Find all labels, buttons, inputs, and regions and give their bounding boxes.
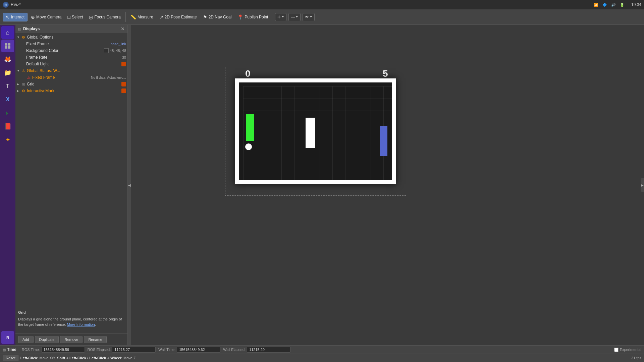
interactive-mark-checkbox[interactable]: [121, 88, 126, 93]
experimental-label: Experimental: [620, 348, 641, 352]
toolbar-dropdown-3[interactable]: 👁 ▼: [303, 13, 315, 21]
measure-icon: 📏: [130, 14, 136, 20]
default-light-row[interactable]: Default Light: [15, 61, 127, 67]
displays-close-button[interactable]: ✕: [121, 26, 125, 32]
ros-time-input[interactable]: [41, 347, 85, 353]
bg-color-swatch[interactable]: [104, 48, 109, 53]
titlebar-left: R RViz*: [3, 2, 21, 8]
wall-elapsed-label: Wall Elapsed:: [223, 348, 246, 352]
publish-point-button[interactable]: 📍 Publish Point: [235, 13, 271, 21]
dock-code-icon[interactable]: X: [1, 93, 14, 106]
main-content: ⌂ 🦊 📁 T X $_ 📕 ✦ R ▤ Displays ✕: [0, 25, 644, 345]
wall-elapsed-group: Wall Elapsed:: [223, 347, 290, 353]
measure-button[interactable]: 📏 Measure: [128, 13, 156, 21]
interactive-mark-row[interactable]: ▶ ⚙ InteractiveMark...: [15, 87, 127, 94]
dock-rviz-icon[interactable]: R: [1, 331, 14, 344]
grid-row[interactable]: ▶ ⊞ Grid: [15, 81, 127, 87]
wall-time-input[interactable]: [177, 347, 220, 353]
toolbar-sep-2: [273, 12, 273, 22]
focus-icon: ◎: [89, 14, 93, 20]
clock: 19:34: [631, 2, 641, 7]
global-status-fixed-icon: ⚠: [26, 75, 32, 80]
white-rectangle: [306, 118, 315, 148]
viewport[interactable]: 0 5 ▶: [131, 25, 644, 345]
select-button[interactable]: □ Select: [65, 13, 86, 21]
toolbar-dropdown-2[interactable]: — ▼: [288, 13, 301, 21]
titlebar-title: RViz*: [11, 2, 21, 7]
grid-checkbox[interactable]: [121, 82, 126, 86]
grid-arrow: ▶: [17, 82, 21, 86]
nav-goal-button[interactable]: ⚑ 2D Nav Goal: [200, 13, 234, 21]
dock-apps-icon[interactable]: [1, 40, 14, 52]
default-light-checkbox[interactable]: [121, 62, 126, 66]
experimental-checkbox[interactable]: [614, 348, 619, 352]
dock-home-icon[interactable]: ⌂: [1, 26, 14, 39]
global-status-row[interactable]: ▼ ⚠ Global Status: W...: [15, 67, 127, 74]
description-text: Displays a grid along the ground plane, …: [18, 316, 125, 327]
grid-label: Grid: [27, 82, 121, 86]
dock-firefox-icon[interactable]: 🦊: [1, 53, 14, 66]
displays-header-left: ▤ Displays: [18, 26, 40, 31]
ros-elapsed-input[interactable]: [112, 347, 156, 353]
move-camera-label: Move Camera: [36, 15, 61, 19]
global-options-row[interactable]: ▼ ⚙ Global Options: [15, 34, 127, 41]
status-bar: Reset Left-Click: Move X/Y. Shift + Left…: [0, 354, 644, 362]
duplicate-button[interactable]: Duplicate: [35, 336, 59, 343]
remove-button[interactable]: Remove: [60, 336, 83, 343]
global-status-label: Global Status: W...: [27, 68, 126, 73]
rename-button[interactable]: Rename: [84, 336, 107, 343]
interact-button[interactable]: ↖ Interact: [3, 13, 28, 21]
default-light-label: Default Light: [26, 62, 121, 66]
fixed-frame-row[interactable]: Fixed Frame base_link: [15, 41, 127, 47]
dock-terminal-icon[interactable]: $_: [1, 107, 14, 119]
description-link[interactable]: More Information: [67, 322, 95, 326]
dock-tex-icon[interactable]: T: [1, 80, 14, 93]
fixed-frame-value: base_link: [111, 42, 126, 46]
viz-container: [235, 78, 396, 184]
frame-rate-label: Frame Rate: [26, 55, 122, 60]
fps-display: 31 fps: [631, 356, 641, 360]
collapse-handle[interactable]: ◀: [128, 25, 131, 345]
dropdown-arrow-2: ▼: [296, 15, 298, 18]
select-label: Select: [72, 15, 83, 19]
select-icon: □: [67, 14, 70, 20]
titlebar-logo: R: [3, 2, 9, 8]
global-status-fixed-row[interactable]: ⚠ Fixed Frame No tf data. Actual erro...: [15, 74, 127, 81]
global-status-fixed-label: Fixed Frame: [32, 75, 91, 80]
move-camera-button[interactable]: ⊕ Move Camera: [28, 13, 64, 21]
sound-icon: 🔊: [611, 3, 616, 7]
grid-icon: ⊞: [21, 81, 26, 87]
bluetooth-icon: 🔷: [602, 3, 607, 7]
white-circle: [245, 143, 252, 150]
time-panel-title: ▤ Time: [3, 347, 16, 352]
measure-label: Measure: [138, 15, 153, 19]
toolbar-sep-1: [125, 12, 126, 22]
description-title: Grid: [18, 310, 125, 315]
frame-rate-value: 30: [122, 55, 126, 59]
time-panel-icon: ▤: [3, 348, 6, 352]
dock-folder-icon[interactable]: 📁: [1, 66, 14, 79]
reset-button[interactable]: Reset: [3, 355, 18, 361]
wall-time-label: Wall Time:: [158, 348, 175, 352]
ros-time-label: ROS Time:: [22, 348, 40, 352]
tree-spacer: [15, 171, 127, 307]
left-panel: ▤ Displays ✕ ▼ ⚙ Global Options Fixed Fr…: [15, 25, 128, 345]
pose-estimate-button[interactable]: ↗ 2D Pose Estimate: [157, 13, 200, 21]
focus-camera-button[interactable]: ◎ Focus Camera: [86, 13, 123, 21]
dock-pdf-icon[interactable]: 📕: [1, 120, 14, 133]
status-text: Left-Click: Move X/Y. Shift + Left-Click…: [20, 356, 137, 360]
green-rectangle: [246, 114, 254, 141]
wall-time-group: Wall Time:: [158, 347, 220, 353]
displays-header: ▤ Displays ✕: [15, 25, 127, 33]
bg-color-row[interactable]: Background Color 48; 48; 48: [15, 47, 127, 54]
left-dock: ⌂ 🦊 📁 T X $_ 📕 ✦ R: [0, 25, 15, 345]
dock-robot-icon[interactable]: ✦: [1, 133, 14, 146]
wall-elapsed-input[interactable]: [247, 347, 290, 353]
toolbar-dropdown-1[interactable]: ✛ ▼: [275, 13, 286, 21]
add-button[interactable]: Add: [18, 336, 34, 343]
frame-rate-row[interactable]: Frame Rate 30: [15, 54, 127, 61]
nav-icon: ⚑: [203, 14, 207, 20]
displays-icon: ▤: [18, 27, 21, 31]
viz-frame: [235, 78, 396, 184]
right-handle[interactable]: ▶: [641, 178, 644, 192]
